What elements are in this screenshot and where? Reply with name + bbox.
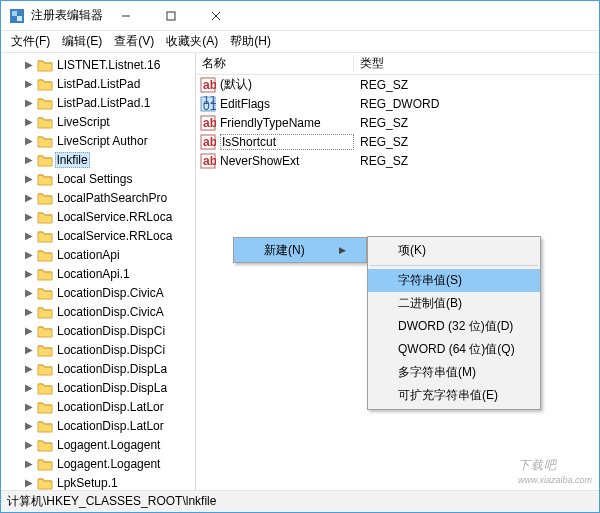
folder-icon [37, 343, 53, 357]
new-menu-item[interactable]: 可扩充字符串值(E) [368, 384, 540, 407]
tree-item[interactable]: ▶LocalPathSearchPro [1, 188, 195, 207]
expand-icon[interactable]: ▶ [23, 268, 35, 279]
folder-icon [37, 210, 53, 224]
menu-file[interactable]: 文件(F) [5, 31, 56, 52]
minimize-button[interactable] [103, 1, 148, 30]
maximize-icon [166, 11, 176, 21]
expand-icon[interactable]: ▶ [23, 363, 35, 374]
status-path: 计算机\HKEY_CLASSES_ROOT\lnkfile [7, 493, 216, 510]
tree-item[interactable]: ▶LocationDisp.CivicA [1, 302, 195, 321]
tree-item[interactable]: ▶LocationDisp.CivicA [1, 283, 195, 302]
tree-item[interactable]: ▶LocationDisp.LatLor [1, 397, 195, 416]
svg-rect-4 [167, 12, 175, 20]
tree-item[interactable]: ▶LocalService.RRLoca [1, 226, 195, 245]
binary-value-icon: 110011 [200, 96, 216, 112]
tree-item[interactable]: ▶ListPad.ListPad [1, 74, 195, 93]
new-menu-item[interactable]: 项(K) [368, 239, 540, 262]
tree-item-label: LocationApi.1 [55, 267, 132, 281]
new-menu-item[interactable]: QWORD (64 位)值(Q) [368, 338, 540, 361]
value-name: EditFlags [220, 97, 354, 111]
tree-item[interactable]: ▶LISTNET.Listnet.16 [1, 55, 195, 74]
folder-icon [37, 134, 53, 148]
folder-icon [37, 115, 53, 129]
new-menu-item[interactable]: 二进制值(B) [368, 292, 540, 315]
tree-item[interactable]: ▶Logagent.Logagent [1, 454, 195, 473]
list-row[interactable]: abFriendlyTypeNameREG_SZ [196, 113, 599, 132]
column-type[interactable]: 类型 [354, 55, 599, 72]
list-row[interactable]: 110011EditFlagsREG_DWORD [196, 94, 599, 113]
tree-item-label: Logagent.Logagent [55, 438, 162, 452]
maximize-button[interactable] [148, 1, 193, 30]
tree-item[interactable]: ▶LiveScript [1, 112, 195, 131]
titlebar[interactable]: 注册表编辑器 [1, 1, 599, 31]
tree-item-label: LocalService.RRLoca [55, 210, 174, 224]
list-header[interactable]: 名称 类型 [196, 53, 599, 75]
svg-text:ab: ab [203, 116, 216, 130]
expand-icon[interactable]: ▶ [23, 78, 35, 89]
new-submenu[interactable]: 项(K)字符串值(S)二进制值(B)DWORD (32 位)值(D)QWORD … [367, 236, 541, 410]
context-new[interactable]: 新建(N) ▶ [234, 238, 366, 262]
expand-icon[interactable]: ▶ [23, 59, 35, 70]
new-menu-item[interactable]: 字符串值(S) [368, 269, 540, 292]
value-name: IsShortcut [220, 134, 354, 150]
context-menu[interactable]: 新建(N) ▶ [233, 237, 367, 263]
list-row[interactable]: abNeverShowExtREG_SZ [196, 151, 599, 170]
expand-icon[interactable]: ▶ [23, 154, 35, 165]
folder-icon [37, 286, 53, 300]
expand-icon[interactable]: ▶ [23, 325, 35, 336]
menu-edit[interactable]: 编辑(E) [56, 31, 108, 52]
close-button[interactable] [193, 1, 238, 30]
expand-icon[interactable]: ▶ [23, 192, 35, 203]
statusbar: 计算机\HKEY_CLASSES_ROOT\lnkfile [1, 490, 599, 512]
string-value-icon: ab [200, 153, 216, 169]
expand-icon[interactable]: ▶ [23, 306, 35, 317]
expand-icon[interactable]: ▶ [23, 211, 35, 222]
expand-icon[interactable]: ▶ [23, 458, 35, 469]
menu-fav[interactable]: 收藏夹(A) [160, 31, 224, 52]
tree-item-label: LocalService.RRLoca [55, 229, 174, 243]
expand-icon[interactable]: ▶ [23, 420, 35, 431]
tree-item[interactable]: ▶Logagent.Logagent [1, 435, 195, 454]
tree-item-label: LocationDisp.CivicA [55, 305, 166, 319]
expand-icon[interactable]: ▶ [23, 97, 35, 108]
expand-icon[interactable]: ▶ [23, 135, 35, 146]
tree-item[interactable]: ▶Local Settings [1, 169, 195, 188]
string-value-icon: ab [200, 115, 216, 131]
expand-icon[interactable]: ▶ [23, 173, 35, 184]
tree-item[interactable]: ▶LocationDisp.DispLa [1, 359, 195, 378]
expand-icon[interactable]: ▶ [23, 401, 35, 412]
menu-help[interactable]: 帮助(H) [224, 31, 277, 52]
new-menu-item[interactable]: DWORD (32 位)值(D) [368, 315, 540, 338]
expand-icon[interactable]: ▶ [23, 116, 35, 127]
expand-icon[interactable]: ▶ [23, 344, 35, 355]
tree-item[interactable]: ▶ListPad.ListPad.1 [1, 93, 195, 112]
tree-item[interactable]: ▶LocationApi.1 [1, 264, 195, 283]
string-value-icon: ab [200, 134, 216, 150]
tree-item[interactable]: ▶LpkSetup.1 [1, 473, 195, 490]
column-name[interactable]: 名称 [196, 55, 354, 72]
value-name: NeverShowExt [220, 154, 354, 168]
tree-item[interactable]: ▶LocationApi [1, 245, 195, 264]
new-menu-item[interactable]: 多字符串值(M) [368, 361, 540, 384]
tree-item[interactable]: ▶LocationDisp.DispLa [1, 378, 195, 397]
menu-view[interactable]: 查看(V) [108, 31, 160, 52]
list-row[interactable]: abIsShortcutREG_SZ [196, 132, 599, 151]
tree-item[interactable]: ▶LocationDisp.DispCi [1, 321, 195, 340]
expand-icon[interactable]: ▶ [23, 249, 35, 260]
tree-item-label: Local Settings [55, 172, 134, 186]
tree-item[interactable]: ▶LiveScript Author [1, 131, 195, 150]
expand-icon[interactable]: ▶ [23, 477, 35, 488]
menubar: 文件(F) 编辑(E) 查看(V) 收藏夹(A) 帮助(H) [1, 31, 599, 53]
expand-icon[interactable]: ▶ [23, 287, 35, 298]
value-name: FriendlyTypeName [220, 116, 354, 130]
tree-pane[interactable]: ▶LISTNET.Listnet.16▶ListPad.ListPad▶List… [1, 53, 196, 490]
expand-icon[interactable]: ▶ [23, 230, 35, 241]
list-row[interactable]: ab(默认)REG_SZ [196, 75, 599, 94]
tree-item[interactable]: ▶lnkfile [1, 150, 195, 169]
tree-item[interactable]: ▶LocationDisp.DispCi [1, 340, 195, 359]
tree-item[interactable]: ▶LocationDisp.LatLor [1, 416, 195, 435]
expand-icon[interactable]: ▶ [23, 439, 35, 450]
tree-item[interactable]: ▶LocalService.RRLoca [1, 207, 195, 226]
folder-icon [37, 172, 53, 186]
expand-icon[interactable]: ▶ [23, 382, 35, 393]
